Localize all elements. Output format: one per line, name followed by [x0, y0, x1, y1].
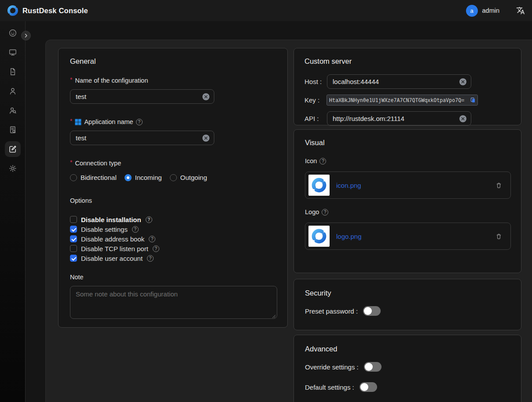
windows-logo-icon [75, 119, 81, 125]
user-area: a admin [466, 5, 525, 17]
radio-circle-selected[interactable] [125, 174, 132, 181]
app-name-input[interactable] [70, 131, 214, 145]
username[interactable]: admin [482, 7, 500, 14]
help-icon[interactable]: ? [322, 209, 328, 216]
name-input-field[interactable] [76, 93, 202, 100]
checkbox-box[interactable] [70, 216, 77, 223]
host-input[interactable] [327, 74, 471, 89]
sidebar-item-document[interactable] [5, 64, 21, 80]
icon-thumbnail [308, 175, 330, 196]
radio-incoming[interactable]: Incoming [125, 174, 162, 181]
smiley-face-icon [8, 29, 17, 37]
content-panel: General * Name of the configuration * Ap… [45, 40, 532, 402]
logo-file-link[interactable]: logo.png [336, 233, 488, 240]
note-wrap [70, 286, 277, 321]
toggle-knob [360, 383, 368, 391]
key-value: HtaXBkJNHyn0e1U1jWXze7A7CN7QTGWqxkOtpaVp… [329, 97, 468, 103]
custom-server-card: Custom server Host : Key : HtaXBkJNHyn0e… [294, 48, 521, 125]
clear-icon[interactable] [459, 78, 466, 85]
rustdesk-logo-icon [7, 5, 18, 16]
sidebar-item-user-search[interactable] [5, 102, 21, 118]
options-list: Disable installation ? Disable settings … [70, 215, 276, 263]
radio-circle[interactable] [170, 174, 177, 181]
checkbox-box-checked[interactable] [70, 226, 77, 233]
connection-type-label: * Connection type [70, 160, 276, 167]
override-settings-label: Override settings : [305, 363, 359, 371]
user-search-icon [8, 106, 17, 115]
sidebar-collapse-button[interactable] [21, 31, 31, 40]
api-row: API : [305, 111, 510, 126]
api-input-field[interactable] [333, 115, 459, 122]
clear-icon[interactable] [459, 115, 466, 122]
checkbox-disable-tcp-listen-port[interactable]: Disable TCP listen port ? [70, 244, 276, 253]
general-card: General * Name of the configuration * Ap… [58, 48, 288, 328]
required-marker: * [70, 117, 72, 124]
copy-icon[interactable] [470, 97, 476, 103]
monitor-icon [8, 48, 17, 57]
checkbox-box[interactable] [70, 245, 77, 252]
help-icon[interactable]: ? [319, 158, 326, 164]
settings-gear-icon [8, 164, 17, 173]
help-icon[interactable]: ? [132, 226, 139, 233]
trash-icon[interactable] [495, 233, 503, 240]
checkbox-box-checked[interactable] [70, 255, 77, 262]
icon-file-link[interactable]: icon.png [336, 182, 488, 189]
host-row: Host : [305, 74, 510, 89]
visual-title: Visual [305, 139, 510, 147]
sidebar-item-settings[interactable] [5, 161, 21, 176]
help-icon[interactable]: ? [153, 245, 159, 252]
trash-icon[interactable] [495, 182, 503, 189]
sidebar [0, 21, 26, 402]
checkbox-disable-user-account[interactable]: Disable user account ? [70, 253, 276, 263]
avatar[interactable]: a [466, 5, 478, 17]
name-field-label: * Name of the configuration [70, 77, 276, 84]
radio-outgoing[interactable]: Outgoing [170, 174, 207, 181]
logo-file-box: logo.png [305, 223, 511, 250]
chevron-right-icon [24, 33, 28, 38]
sidebar-item-smiley-face[interactable] [5, 25, 21, 41]
toggle-knob [364, 307, 372, 315]
sidebar-item-edit-config[interactable] [5, 141, 21, 157]
override-settings-toggle[interactable] [364, 362, 382, 372]
preset-password-label: Preset password : [305, 307, 358, 315]
radio-bidirectional[interactable]: Bidirectional [70, 174, 117, 181]
api-input[interactable] [327, 111, 471, 126]
note-label: Note [70, 274, 276, 281]
toggle-knob [365, 363, 373, 371]
visual-card: Visual Icon ? icon.png [294, 129, 521, 273]
document-icon [8, 67, 17, 76]
app-field-label: * Application name ? [70, 118, 276, 125]
logo-thumbnail [308, 226, 330, 247]
help-icon[interactable]: ? [136, 119, 143, 125]
app-name-input-field[interactable] [76, 134, 202, 142]
logo-label: Logo ? [305, 208, 510, 216]
topbar: RustDesk Console a admin [0, 0, 532, 21]
advanced-title: Advanced [305, 345, 510, 353]
audit-log-icon [8, 125, 17, 134]
sidebar-item-audit-log[interactable] [5, 122, 21, 138]
host-label: Host : [305, 78, 327, 85]
options-label: Options [70, 197, 276, 204]
checkbox-disable-settings[interactable]: Disable settings ? [70, 224, 276, 234]
checkbox-disable-address-book[interactable]: Disable address book ? [70, 234, 276, 244]
preset-password-toggle[interactable] [363, 306, 381, 316]
sidebar-item-user[interactable] [5, 83, 21, 99]
name-input[interactable] [70, 89, 214, 104]
edit-config-icon [8, 145, 17, 153]
general-title: General [70, 57, 276, 66]
host-input-field[interactable] [333, 78, 459, 85]
note-textarea[interactable] [70, 286, 277, 319]
default-settings-toggle[interactable] [360, 382, 377, 392]
clear-icon[interactable] [202, 93, 209, 100]
help-icon[interactable]: ? [147, 255, 154, 262]
checkbox-box-checked[interactable] [70, 235, 77, 242]
help-icon[interactable]: ? [146, 216, 152, 223]
checkbox-disable-installation[interactable]: Disable installation ? [70, 215, 276, 224]
required-marker: * [70, 159, 72, 166]
radio-circle[interactable] [70, 174, 77, 181]
key-row: Key : HtaXBkJNHyn0e1U1jWXze7A7CN7QTGWqxk… [305, 95, 510, 105]
clear-icon[interactable] [202, 135, 209, 142]
translate-icon[interactable] [516, 6, 525, 15]
help-icon[interactable]: ? [149, 236, 155, 242]
sidebar-item-monitor[interactable] [5, 44, 21, 60]
